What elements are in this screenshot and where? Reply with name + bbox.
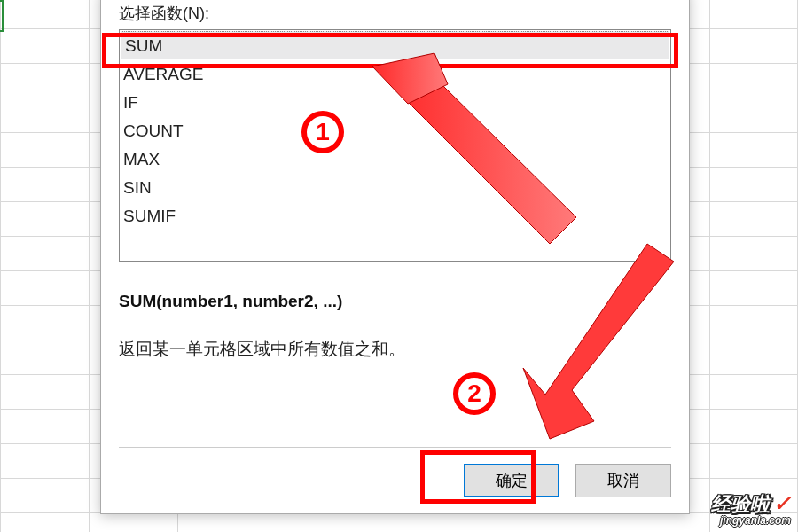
function-item-average[interactable]: AVERAGE (120, 60, 670, 89)
function-item-max[interactable]: MAX (120, 145, 670, 174)
function-syntax: SUM(number1, number2, ...) (119, 292, 671, 311)
function-item-sin[interactable]: SIN (120, 174, 670, 202)
button-row: 确定 取消 (119, 464, 671, 497)
function-description: 返回某一单元格区域中所有数值之和。 (119, 338, 671, 361)
dialog-separator (119, 447, 671, 448)
function-item-if[interactable]: IF (120, 89, 670, 117)
select-function-label: 选择函数(N): (119, 3, 671, 24)
ok-button[interactable]: 确定 (464, 464, 559, 497)
function-item-sumif[interactable]: SUMIF (120, 202, 670, 231)
function-item-count[interactable]: COUNT (120, 117, 670, 145)
cell-selection-edge (0, 0, 4, 32)
function-listbox[interactable]: SUM AVERAGE IF COUNT MAX SIN SUMIF (119, 29, 671, 262)
function-item-sum[interactable]: SUM (121, 31, 669, 59)
cancel-button[interactable]: 取消 (575, 464, 671, 497)
insert-function-dialog: 选择函数(N): SUM AVERAGE IF COUNT MAX SIN SU… (100, 0, 690, 514)
